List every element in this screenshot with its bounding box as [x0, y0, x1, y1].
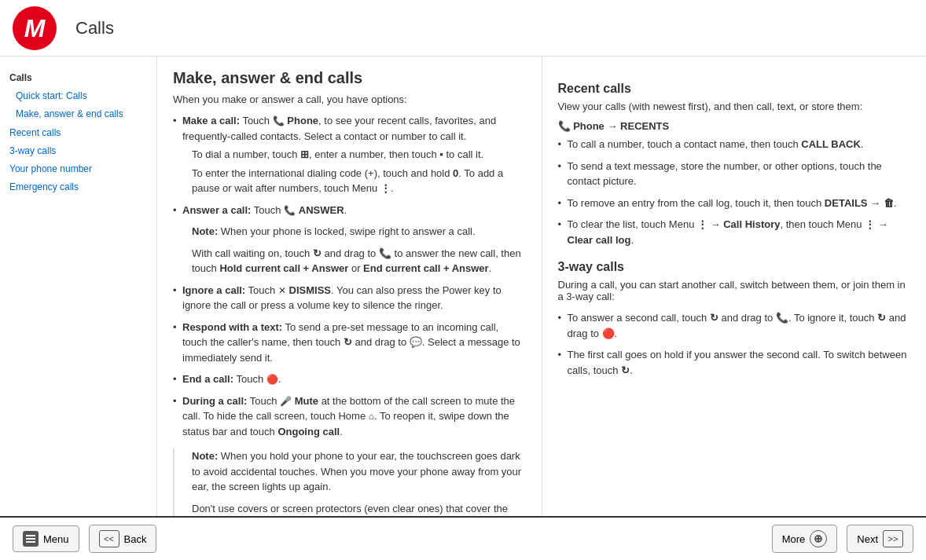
proximity-note: Note: When you hold your phone to your e… — [173, 448, 526, 516]
bullet-text: Touch 📞 ANSWER. — [254, 204, 347, 216]
bullet-label: During a call: — [182, 395, 247, 407]
back-label: Back — [124, 533, 147, 545]
sub-note: With call waiting on, touch ↻ and drag t… — [192, 246, 526, 276]
three-way-intro: During a call, you can start another cal… — [558, 279, 911, 302]
logo-letter: M — [24, 16, 46, 41]
list-item: To remove an entry from the call log, to… — [558, 196, 911, 211]
sidebar-item-make-answer[interactable]: Make, answer & end calls — [0, 105, 156, 123]
page-title: Calls — [75, 18, 114, 38]
answer-icon: 📞 — [284, 203, 296, 218]
bullet-label: Respond with a text: — [182, 321, 282, 333]
three-way-list: To answer a second call, touch ↻ and dra… — [558, 310, 911, 378]
three-way-title: 3-way calls — [558, 260, 911, 274]
phone-icon: 📞 — [273, 114, 285, 128]
list-item: The first call goes on hold if you answe… — [558, 347, 911, 378]
sidebar-item-3way-calls[interactable]: 3-way calls — [0, 142, 156, 160]
list-item: To call a number, touch a contact name, … — [558, 137, 911, 152]
list-item: End a call: Touch 🔴. — [173, 372, 526, 387]
right-panel: Recent calls View your calls (with newes… — [542, 57, 927, 516]
more-button[interactable]: More — [772, 525, 838, 553]
note-label: Note: — [192, 450, 218, 462]
left-section-title: Make, answer & end calls — [173, 69, 526, 87]
home-icon: ⌂ — [369, 409, 374, 423]
sub-note: To dial a number, touch ⊞, enter a numbe… — [192, 147, 526, 163]
sidebar: Calls Quick start: Calls Make, answer & … — [0, 57, 157, 516]
bullet-text: Touch 🔴. — [236, 373, 281, 385]
more-label: More — [782, 533, 806, 545]
menu-button[interactable]: Menu — [13, 525, 79, 552]
end-call-icon: 🔴 — [266, 372, 278, 386]
recent-calls-intro: View your calls (with newest first), and… — [558, 101, 911, 112]
list-item: Ignore a call: Touch ✕ DISMISS. You can … — [173, 283, 526, 313]
bottom-toolbar: Menu << Back More Next >> — [0, 516, 926, 560]
sub-note: To enter the international dialing code … — [192, 166, 526, 196]
more-icon — [810, 530, 827, 547]
svg-rect-0 — [26, 535, 35, 536]
find-it-text: Phone → RECENTS — [573, 120, 669, 132]
content-area: Make, answer & end calls When you make o… — [157, 57, 926, 516]
bullet-label: Make a call: — [182, 115, 240, 126]
dismiss-icon: ✕ — [278, 284, 286, 298]
note-proximity-text: Note: When you hold your phone to your e… — [192, 448, 526, 495]
list-item: Answer a call: Touch 📞 ANSWER. Note: Whe… — [173, 203, 526, 276]
left-panel: Make, answer & end calls When you make o… — [157, 57, 542, 516]
note-body: When you hold your phone to your ear, th… — [192, 450, 521, 492]
find-it-icon: 📞 — [558, 120, 571, 132]
find-it-label: 📞 Phone → RECENTS — [558, 120, 911, 132]
sidebar-item-quickstart[interactable]: Quick start: Calls — [0, 87, 156, 105]
next-label: Next — [857, 533, 878, 545]
recent-calls-title: Recent calls — [558, 82, 911, 96]
back-icon: << — [99, 530, 119, 547]
list-item: To send a text message, store the number… — [558, 159, 911, 189]
motorola-logo: M — [13, 6, 57, 50]
next-button[interactable]: Next >> — [847, 525, 913, 553]
list-item: To answer a second call, touch ↻ and dra… — [558, 310, 911, 341]
next-icon: >> — [883, 530, 903, 547]
bullet-list: Make a call: Touch 📞 Phone, to see your … — [173, 113, 526, 439]
recent-calls-list: To call a number, touch a contact name, … — [558, 137, 911, 247]
menu-label: Menu — [43, 533, 69, 545]
list-item: Respond with a text: To send a pre-set m… — [173, 320, 526, 366]
proximity-extra: Don't use covers or screen protectors (e… — [192, 501, 526, 517]
sidebar-item-emergency-calls[interactable]: Emergency calls — [0, 178, 156, 196]
sidebar-item-recent-calls[interactable]: Recent calls — [0, 124, 156, 142]
sidebar-item-your-phone-number[interactable]: Your phone number — [0, 160, 156, 178]
back-button[interactable]: << Back — [89, 525, 157, 553]
left-intro-text: When you make or answer a call, you have… — [173, 93, 526, 105]
menu-icon — [23, 531, 39, 547]
note-text: Note: When your phone is locked, swipe r… — [192, 224, 526, 240]
svg-rect-1 — [26, 538, 35, 540]
list-item: To clear the list, touch Menu ⋮ → Call H… — [558, 217, 911, 247]
bullet-label: End a call: — [182, 373, 233, 385]
bullet-label: Answer a call: — [182, 204, 251, 216]
bullet-label: Ignore a call: — [182, 284, 245, 296]
main-layout: Calls Quick start: Calls Make, answer & … — [0, 57, 926, 516]
list-item: During a call: Touch 🎤 Mute at the botto… — [173, 393, 526, 440]
header: M Calls — [0, 0, 926, 57]
sidebar-item-calls[interactable]: Calls — [0, 69, 156, 87]
svg-rect-2 — [26, 541, 35, 543]
mute-icon: 🎤 — [280, 394, 292, 408]
list-item: Make a call: Touch 📞 Phone, to see your … — [173, 113, 526, 196]
